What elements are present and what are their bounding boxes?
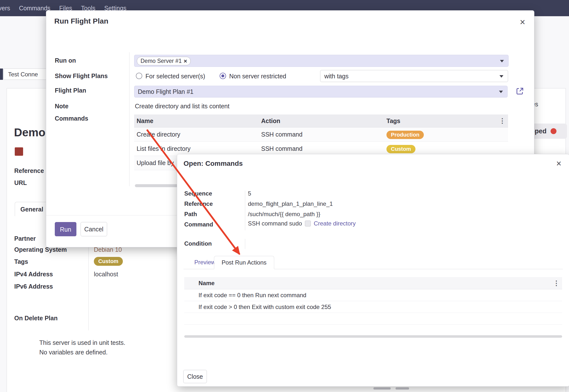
horizontal-scrollbar-thumb[interactable]	[184, 335, 562, 338]
condition-label: Condition	[184, 240, 212, 247]
column-header-name[interactable]: Name	[134, 114, 261, 127]
server-chip-label: Demo Server #1	[141, 57, 182, 65]
status-stopped-dot-icon	[551, 128, 556, 134]
flight-plan-value: Demo Flight Plan #1	[138, 88, 194, 95]
chevron-down-icon[interactable]	[500, 60, 504, 62]
nav-edge-decoration	[0, 69, 3, 80]
screen: vers Commands Files Tools Settings Test …	[0, 0, 569, 392]
tags-label: Tags	[14, 258, 28, 265]
radio-non-server-restricted[interactable]	[220, 73, 226, 79]
radio-for-selected-servers[interactable]	[136, 73, 142, 79]
cancel-button[interactable]: Cancel	[81, 222, 107, 236]
tab-post-run-actions[interactable]: Post Run Actions	[214, 256, 274, 269]
tag-badge-custom: Custom	[386, 145, 415, 153]
condition-divider	[245, 239, 245, 249]
url-label: URL	[14, 179, 27, 186]
close-icon[interactable]: ×	[556, 159, 561, 168]
reference-label: Reference	[184, 200, 213, 207]
on-delete-plan-label: On Delete Plan	[14, 315, 57, 322]
unit-test-note-line1: This server is used in unit tests.	[39, 339, 125, 346]
command-value: SSH command sudo	[248, 220, 302, 227]
path-label: Path	[184, 211, 197, 218]
cell-action: SSH command	[261, 142, 386, 156]
column-header-name[interactable]: Name	[199, 280, 214, 286]
note-label: Note	[55, 103, 69, 110]
label-column-divider	[129, 52, 129, 186]
reference-value: demo_flight_plan_1_plan_line_1	[248, 200, 333, 207]
server-chip[interactable]: Demo Server #1 ×	[137, 57, 191, 65]
external-link-icon[interactable]	[515, 87, 524, 96]
hidden-content-bar	[396, 387, 409, 390]
cell-tags: Custom	[386, 142, 508, 156]
chevron-down-icon[interactable]	[499, 75, 503, 78]
open-commands-modal: Open: Commands × Sequence 5 Reference de…	[177, 154, 569, 387]
show-flight-plans-label: Show Flight Plans	[55, 72, 108, 80]
unit-test-note-line2: No variables are defined.	[39, 349, 108, 356]
column-header-tags[interactable]: Tags	[386, 114, 508, 127]
ipv6-label: IPv6 Address	[14, 283, 53, 290]
table-options-icon[interactable]: ⋮	[553, 277, 560, 289]
path-value: /such/much/{{ demo_path }}	[248, 211, 320, 218]
cell-tags: Production	[386, 127, 508, 141]
server-page-title: Demo	[14, 126, 45, 139]
open-commands-title: Open: Commands	[184, 160, 243, 168]
sequence-value: 5	[248, 190, 251, 197]
cell-name: Create directory	[134, 127, 261, 141]
tag-badge-custom[interactable]: Custom	[94, 257, 123, 266]
cell-name: List files in directory	[134, 142, 261, 156]
nav-item-commands[interactable]: Commands	[19, 0, 50, 16]
table-options-icon[interactable]: ⋮	[499, 114, 506, 127]
table-row-empty	[184, 313, 562, 325]
table-row[interactable]: If exit code == 0 then Run next command	[184, 289, 562, 301]
partner-label: Partner	[14, 235, 36, 242]
post-run-actions-table: Name ⋮ If exit code == 0 then Run next c…	[184, 277, 562, 325]
flight-plan-label: Flight Plan	[55, 87, 86, 94]
notebook-tabs: Preview Post Run Actions	[184, 256, 563, 269]
command-link[interactable]: Create directory	[314, 220, 356, 227]
commands-table-header: Name Action Tags ⋮	[134, 114, 508, 127]
field-column-divider	[245, 191, 245, 230]
close-button[interactable]: Close	[183, 370, 207, 383]
tab-general[interactable]: General	[15, 202, 48, 216]
command-value-row: SSH command sudo Create directory	[248, 220, 356, 227]
sequence-label: Sequence	[184, 190, 212, 197]
command-label: Command	[184, 221, 213, 228]
with-tags-select[interactable]: with tags	[320, 70, 508, 82]
run-flight-plan-title: Run Flight Plan	[54, 17, 108, 25]
ipv4-value: localhost	[94, 271, 118, 278]
column-header-action[interactable]: Action	[261, 114, 386, 127]
close-icon[interactable]: ×	[520, 17, 525, 27]
note-value: Create directory and list its content	[135, 103, 229, 110]
server-color-swatch[interactable]	[15, 147, 23, 156]
run-on-server-select[interactable]: Demo Server #1 ×	[134, 55, 509, 67]
flight-plan-select[interactable]: Demo Flight Plan #1	[134, 86, 508, 98]
table-row[interactable]: If exit code > 0 then Exit with custom e…	[184, 301, 562, 313]
command-checkbox[interactable]	[305, 221, 311, 226]
chevron-down-icon[interactable]	[499, 91, 503, 93]
cell-action: SSH command	[261, 127, 386, 141]
nav-item-servers[interactable]: vers	[0, 0, 10, 16]
with-tags-value: with tags	[324, 73, 349, 80]
radio-for-selected-servers-label[interactable]: For selected server(s)	[145, 73, 205, 80]
run-on-label: Run on	[55, 57, 76, 64]
tag-badge-production: Production	[386, 131, 424, 139]
post-run-actions-header: Name ⋮	[184, 277, 562, 289]
chip-remove-icon[interactable]: ×	[184, 57, 187, 65]
hidden-content-bar	[373, 387, 391, 390]
form-column-divider	[88, 235, 89, 330]
commands-label: Commands	[55, 115, 88, 122]
reference-label: Reference	[14, 167, 44, 174]
table-row[interactable]: Create directory SSH command Production	[134, 127, 508, 142]
ipv4-label: IPv4 Address	[14, 271, 53, 278]
radio-non-server-restricted-label[interactable]: Non server restricted	[229, 73, 286, 80]
run-button[interactable]: Run	[55, 222, 76, 236]
